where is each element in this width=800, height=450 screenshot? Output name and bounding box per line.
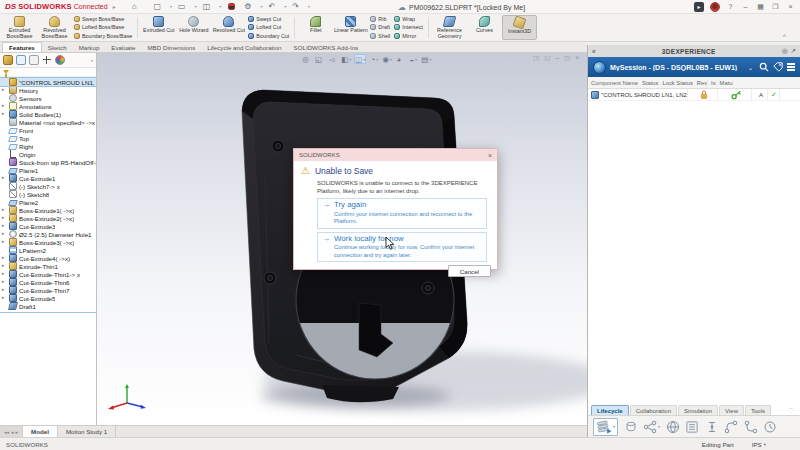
mirror-button[interactable]: Mirror: [394, 32, 423, 40]
minimize-button[interactable]: –: [741, 3, 750, 10]
session-chevron-icon[interactable]: ⌄: [748, 64, 753, 71]
tree-item[interactable]: ▸ Sensors: [0, 94, 96, 102]
tree-item[interactable]: ▸ Right: [0, 142, 96, 150]
panel-options-icon[interactable]: ◎: [782, 47, 788, 55]
units-selector[interactable]: IPS ▾: [752, 441, 766, 448]
action-tab[interactable]: Simulation: [678, 405, 718, 415]
command-tab[interactable]: Markup: [73, 42, 106, 52]
rib-button[interactable]: Rib: [370, 15, 390, 23]
user-avatar[interactable]: [710, 2, 720, 12]
open-document-icon[interactable]: ▭ ▾: [178, 2, 197, 11]
model-tab[interactable]: Model: [23, 426, 58, 437]
lofted-cut-button[interactable]: Lofted Cut: [248, 23, 289, 31]
expand-arrow-icon[interactable]: ▸: [2, 216, 7, 221]
units-caret-icon[interactable]: ▾: [764, 442, 766, 447]
tree-item[interactable]: ▸ Origin: [0, 150, 96, 158]
tree-item[interactable]: ▸ Cut-Extrude3: [0, 222, 96, 230]
column-header[interactable]: Is: [708, 77, 717, 88]
expand-arrow-icon[interactable]: ▸: [2, 240, 7, 245]
tree-item[interactable]: ▸ Boss-Extrude1( ->x): [0, 206, 96, 214]
model-tab[interactable]: Motion Study 1: [58, 426, 116, 437]
action-tab[interactable]: View: [719, 405, 744, 415]
scroll-next-icon[interactable]: ▸: [16, 429, 19, 435]
command-tab[interactable]: Evaluate: [105, 42, 141, 52]
expand-arrow-icon[interactable]: ▸: [2, 176, 7, 181]
tab-scroll-controls[interactable]: ◂◂ ◂ ▸: [0, 426, 23, 437]
tree-root-item[interactable]: ▸ "CONTROL SHROUD LN1, LN2" <A-: [0, 78, 96, 86]
redo-icon[interactable]: ↷ ▾: [292, 2, 310, 11]
expand-arrow-icon[interactable]: ▸: [2, 88, 7, 93]
work-locally-option[interactable]: → Work locally for now Continue working …: [317, 232, 487, 263]
command-tab[interactable]: Features: [2, 42, 42, 52]
expand-arrow-icon[interactable]: ▸: [2, 264, 7, 269]
bom-button[interactable]: [685, 420, 699, 434]
tree-item[interactable]: ▸ Top: [0, 134, 96, 142]
tree-item[interactable]: ▸ Cut-Extrude-Thin6: [0, 278, 96, 286]
expand-arrow-icon[interactable]: ▸: [2, 104, 7, 109]
expand-arrow-icon[interactable]: ▸: [2, 112, 7, 117]
tree-item[interactable]: ▸ Cut-Extrude1: [0, 174, 96, 182]
apply-scene-icon[interactable]: ◒ ▾: [408, 54, 418, 64]
swept-boss-base-button[interactable]: Swept Boss/Base: [74, 15, 132, 23]
tree-item[interactable]: ▸ Boss-Extrude3( ->x): [0, 238, 96, 246]
3dplay-button[interactable]: [666, 420, 680, 434]
extruded-cut-button[interactable]: Extruded Cut: [141, 15, 176, 40]
tree-item[interactable]: ▸ (-) Sketch7-> x: [0, 182, 96, 190]
cancel-button[interactable]: Cancel: [448, 265, 491, 277]
tree-item[interactable]: ▸ Cut-Extrude-Thin1-> x: [0, 270, 96, 278]
revolved-boss-base-button[interactable]: Revolved Boss/Base: [37, 15, 72, 40]
expand-arrow-icon[interactable]: ▸: [2, 232, 7, 237]
dialog-close-icon[interactable]: ×: [488, 152, 492, 159]
boundary-boss-base-button[interactable]: Boundary Boss/Base: [74, 32, 132, 40]
command-tab[interactable]: Lifecycle and Collaboration: [201, 42, 287, 52]
expand-arrow-icon[interactable]: ▸: [2, 296, 7, 301]
view-orientation-icon[interactable]: ◫ ▾: [354, 54, 366, 64]
column-header[interactable]: Lock Status: [659, 77, 693, 88]
configuration-manager-tab-icon[interactable]: [29, 55, 39, 65]
revision-button[interactable]: [705, 420, 719, 434]
shell-button[interactable]: Shell: [370, 32, 390, 40]
tree-item[interactable]: ▸ History: [0, 86, 96, 94]
session-title[interactable]: MySession - (DS - DSQRL0B5 - EUW1): [610, 64, 744, 71]
history-button[interactable]: [763, 420, 777, 434]
tree-pane-splitter[interactable]: [0, 312, 96, 313]
wrap-button[interactable]: Wrap: [394, 15, 423, 23]
tree-item[interactable]: ▸ Cut-Extrude5: [0, 294, 96, 302]
tree-item[interactable]: ▸ Draft1: [0, 302, 96, 310]
display-grid-icon[interactable]: ▦: [756, 3, 765, 11]
scroll-first-icon[interactable]: ◂◂: [4, 429, 9, 435]
dimxpert-tab-icon[interactable]: [42, 55, 52, 65]
tree-item[interactable]: ▸ Stock-from stp R5-HandOff-BTCx: [0, 158, 96, 166]
app-launcher-icon[interactable]: ▸: [694, 2, 704, 12]
extruded-boss-base-button[interactable]: Extruded Boss/Base: [2, 15, 37, 40]
brand-expand-icon[interactable]: ▸: [113, 3, 116, 10]
restore-button[interactable]: ❐: [771, 3, 780, 11]
command-tab[interactable]: Sketch: [42, 42, 73, 52]
panel-tabs-overflow-icon[interactable]: ›: [91, 57, 93, 63]
command-tab[interactable]: MBD Dimensions: [141, 42, 201, 52]
action-tab[interactable]: Lifecycle: [591, 405, 629, 415]
share-button[interactable]: ▾: [643, 420, 660, 434]
instant3d-button[interactable]: Instant3D: [502, 15, 537, 40]
reference-geometry-button[interactable]: Reference Geometry: [432, 15, 467, 40]
tree-item[interactable]: ▸ Cut-Extrude4( ->x): [0, 254, 96, 262]
component-row[interactable]: "CONTROL SHROUD LN1, LN2" A ✓: [588, 89, 800, 101]
intersect-button[interactable]: Intersect: [394, 23, 423, 31]
tree-item[interactable]: ▸ Ø2.5 (2.5) Diameter Hole1: [0, 230, 96, 238]
tree-item[interactable]: ▸ Material <not specified> ->x: [0, 118, 96, 126]
expand-arrow-icon[interactable]: ▸: [2, 208, 7, 213]
expand-arrow-icon[interactable]: ▸: [2, 288, 7, 293]
draft-button[interactable]: Draft: [370, 23, 390, 31]
undo-icon[interactable]: ↶ ▾: [268, 2, 286, 11]
dialog-title-bar[interactable]: SOLIDWORKS ×: [294, 149, 497, 161]
tree-item[interactable]: ▸ Annotations: [0, 102, 96, 110]
panel-collapse-icon[interactable]: «: [592, 48, 596, 55]
branch-button[interactable]: [724, 420, 738, 434]
expand-arrow-icon[interactable]: ▸: [2, 224, 7, 229]
try-again-option[interactable]: → Try again Confirm your internet connec…: [317, 198, 487, 229]
save-to-platform-button[interactable]: ▾: [593, 418, 618, 436]
doc-close-icon[interactable]: ×: [575, 54, 579, 62]
save-icon[interactable]: ◫ ▾: [203, 2, 222, 11]
swept-cut-button[interactable]: Swept Cut: [248, 15, 289, 23]
zoom-to-fit-icon[interactable]: ◎ ▾: [302, 54, 312, 64]
